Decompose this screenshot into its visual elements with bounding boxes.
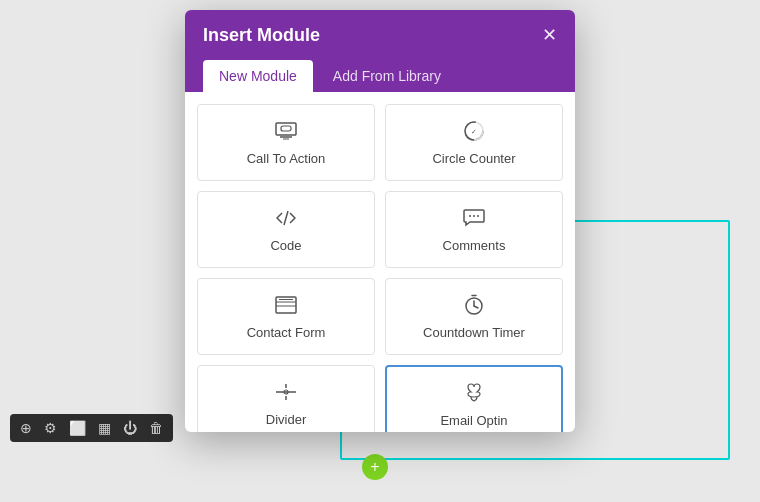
module-item-countdown-timer[interactable]: Countdown Timer xyxy=(385,278,563,355)
module-label: Code xyxy=(270,238,301,253)
module-item-contact-form[interactable]: Contact Form xyxy=(197,278,375,355)
module-label: Countdown Timer xyxy=(423,325,525,340)
modal-header: Insert Module ✕ xyxy=(185,10,575,60)
module-item-circle-counter[interactable]: ✓ Circle Counter xyxy=(385,104,563,181)
modal-title: Insert Module xyxy=(203,25,320,46)
circle-counter-icon: ✓ xyxy=(463,119,485,143)
tab-add-from-library[interactable]: Add From Library xyxy=(317,60,457,92)
module-label: Email Optin xyxy=(440,413,507,428)
tab-new-module[interactable]: New Module xyxy=(203,60,313,92)
modal-tabs: New Module Add From Library xyxy=(185,60,575,92)
svg-text:✓: ✓ xyxy=(471,128,477,135)
call-to-action-icon xyxy=(275,119,297,143)
code-icon xyxy=(275,206,297,230)
comments-icon xyxy=(463,206,485,230)
email-optin-icon xyxy=(463,381,485,405)
modal-close-button[interactable]: ✕ xyxy=(542,24,557,46)
svg-line-18 xyxy=(474,306,478,308)
module-label: Call To Action xyxy=(247,151,326,166)
module-item-email-optin[interactable]: Email Optin xyxy=(385,365,563,432)
svg-line-8 xyxy=(284,211,288,225)
module-grid: Call To Action ✓ Circle Counter xyxy=(185,92,575,432)
module-label: Contact Form xyxy=(247,325,326,340)
module-label: Circle Counter xyxy=(432,151,515,166)
svg-point-9 xyxy=(469,215,471,217)
svg-point-11 xyxy=(477,215,479,217)
modal-overlay: Insert Module ✕ New Module Add From Libr… xyxy=(0,0,760,502)
insert-module-modal: Insert Module ✕ New Module Add From Libr… xyxy=(185,10,575,432)
module-label: Comments xyxy=(443,238,506,253)
module-item-divider[interactable]: Divider xyxy=(197,365,375,432)
module-label: Divider xyxy=(266,412,306,427)
module-item-call-to-action[interactable]: Call To Action xyxy=(197,104,375,181)
svg-rect-3 xyxy=(281,126,291,131)
module-item-comments[interactable]: Comments xyxy=(385,191,563,268)
svg-point-10 xyxy=(473,215,475,217)
countdown-timer-icon xyxy=(463,293,485,317)
divider-icon xyxy=(275,380,297,404)
module-item-code[interactable]: Code xyxy=(197,191,375,268)
svg-rect-0 xyxy=(276,123,296,135)
contact-form-icon xyxy=(275,293,297,317)
